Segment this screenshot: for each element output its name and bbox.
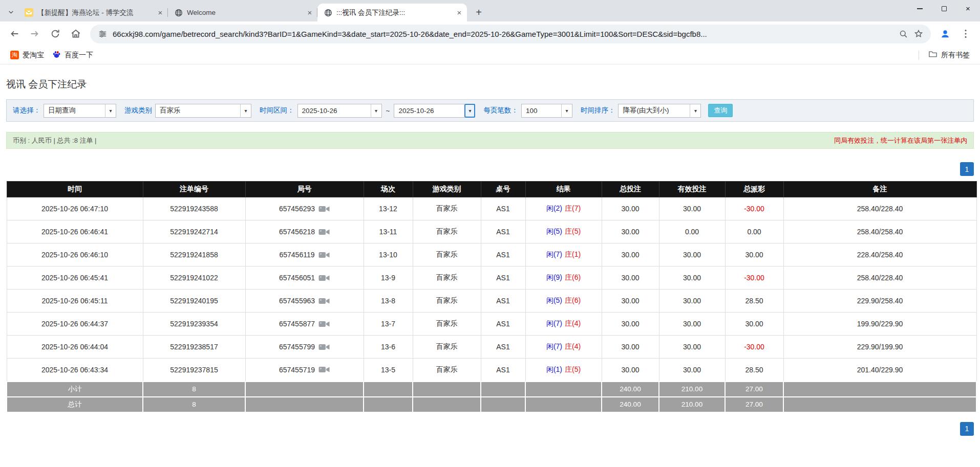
video-icon[interactable] — [318, 320, 330, 328]
tab-title: 【新提醒】海燕论坛 - 博学交流 — [37, 8, 152, 17]
sort-label: 时间排序： — [581, 106, 615, 115]
video-icon[interactable] — [318, 274, 330, 282]
sort-select[interactable]: 降幂(由大到小) ▾ — [618, 104, 701, 118]
video-icon[interactable] — [318, 343, 330, 351]
round-number: 657455799 — [279, 343, 315, 351]
total-bet-link[interactable]: 30.00 — [602, 313, 659, 336]
search-button[interactable]: 查询 — [708, 104, 733, 117]
home-button[interactable] — [67, 25, 85, 43]
date-range-tilde: ~ — [386, 107, 390, 115]
page-button-1[interactable]: 1 — [960, 162, 974, 176]
total-bet-link[interactable]: 30.00 — [602, 243, 659, 266]
cell-result: 闲(7)庄(4) — [525, 336, 602, 359]
total-label: 总计 — [7, 397, 143, 412]
round-number: 657456218 — [279, 228, 315, 236]
close-icon[interactable]: × — [455, 8, 464, 17]
url-text[interactable]: 66cxkj98.com/game/betrecord_search/kind3… — [113, 30, 893, 38]
maximize-button[interactable] — [932, 0, 956, 17]
zoom-icon[interactable] — [898, 29, 908, 39]
tab-title: :::视讯 会员下注纪录::: — [336, 8, 451, 17]
chevron-down-icon[interactable]: ▾ — [105, 104, 116, 117]
total-count: 8 — [143, 397, 245, 412]
bookmark-star-icon[interactable] — [913, 29, 924, 39]
cell-result: 闲(7)庄(4) — [525, 313, 602, 336]
profile-button[interactable] — [936, 25, 954, 43]
video-icon[interactable] — [318, 251, 330, 259]
table-header-row: 时间 注单编号 局号 场次 游戏类别 桌号 结果 总投注 有效投注 总派彩 备注 — [7, 182, 976, 197]
video-icon[interactable] — [318, 228, 330, 236]
close-icon[interactable]: × — [305, 8, 314, 17]
tab-welcome[interactable]: Welcome × — [168, 4, 317, 21]
menu-button[interactable] — [956, 25, 975, 43]
video-icon[interactable] — [318, 366, 330, 373]
chevron-down-icon[interactable]: ▾ — [561, 104, 572, 117]
tab-bet-records-active[interactable]: :::视讯 会员下注纪录::: × — [317, 4, 467, 21]
cell-time: 2025-10-26 06:46:41 — [7, 220, 143, 243]
cell-note: 229.90/199.90 — [783, 336, 976, 359]
video-icon[interactable] — [318, 205, 330, 213]
game-type-select[interactable]: 百家乐 ▾ — [155, 104, 251, 118]
result-player: 闲(7) — [546, 250, 562, 258]
close-window-button[interactable]: × — [956, 0, 980, 17]
total-total-bet: 240.00 — [602, 397, 659, 412]
chevron-down-icon[interactable]: ▾ — [371, 104, 381, 117]
chevron-down-icon[interactable]: ▾ — [690, 104, 700, 117]
cell-round: 657456051 — [245, 266, 364, 290]
new-tab-button[interactable]: + — [471, 5, 486, 20]
total-bet-link[interactable]: 30.00 — [602, 359, 659, 382]
globe-icon — [324, 8, 332, 17]
result-banker: 庄(1) — [565, 250, 581, 258]
table-row: 2025-10-26 06:45:41 522919241022 6574560… — [7, 266, 976, 290]
total-bet-link[interactable]: 30.00 — [602, 220, 659, 243]
total-bet-link[interactable]: 30.00 — [602, 266, 659, 290]
result-banker: 庄(5) — [565, 365, 581, 373]
total-bet-link[interactable]: 30.00 — [602, 336, 659, 359]
page-button-1[interactable]: 1 — [960, 422, 974, 436]
cell-bet-id: 522919243588 — [143, 197, 245, 220]
cell-table-no: AS1 — [481, 290, 525, 313]
date-start-select[interactable]: 2025-10-26 ▾ — [297, 104, 382, 118]
bookmark-baidu[interactable]: 百度一下 — [48, 48, 97, 62]
total-bet-link[interactable]: 30.00 — [602, 197, 659, 220]
cell-table-no: AS1 — [481, 336, 525, 359]
cell-payout: 0.00 — [725, 220, 783, 243]
subtotal-total-bet: 240.00 — [602, 382, 659, 397]
result-player: 闲(2) — [546, 204, 562, 212]
query-type-select[interactable]: 日期查询 ▾ — [44, 104, 116, 118]
back-button[interactable] — [5, 25, 24, 43]
site-settings-icon[interactable] — [97, 29, 108, 39]
result-player: 闲(7) — [546, 342, 562, 350]
bookmark-label: 爱淘宝 — [23, 51, 44, 60]
tab-search-button[interactable] — [3, 4, 18, 21]
per-page-select[interactable]: 100 ▾ — [521, 104, 572, 118]
per-page-label: 每页笔数： — [483, 106, 518, 115]
cell-session: 13-7 — [364, 313, 413, 336]
tab-forum[interactable]: 【新提醒】海燕论坛 - 博学交流 × — [18, 4, 168, 21]
cell-table-no: AS1 — [481, 266, 525, 290]
minimize-button[interactable] — [908, 0, 932, 17]
all-bookmarks-button[interactable]: 所有书签 — [924, 48, 974, 62]
result-banker: 庄(6) — [565, 273, 581, 281]
chevron-down-icon[interactable]: ▾ — [240, 104, 251, 117]
cell-note: 258.40/228.40 — [783, 197, 976, 220]
cell-game: 百家乐 — [413, 243, 481, 266]
url-bar[interactable]: 66cxkj98.com/game/betrecord_search/kind3… — [90, 25, 931, 43]
bookmark-taobao[interactable]: 淘 爱淘宝 — [6, 49, 48, 62]
col-table-no: 桌号 — [481, 182, 525, 197]
video-icon[interactable] — [318, 297, 330, 305]
query-type-value: 日期查询 — [44, 104, 105, 117]
subtotal-row: 小计 8 240.00 210.00 27.00 — [7, 382, 976, 397]
total-bet-link[interactable]: 30.00 — [602, 290, 659, 313]
forward-button[interactable] — [26, 25, 44, 43]
close-icon[interactable]: × — [156, 8, 165, 17]
date-end-select[interactable]: 2025-10-26 ▾ — [394, 104, 475, 118]
cell-round: 657455799 — [245, 336, 364, 359]
cell-payout: -30.00 — [725, 336, 783, 359]
profile-icon — [940, 28, 951, 39]
chevron-down-icon[interactable]: ▾ — [464, 104, 475, 118]
reload-button[interactable] — [46, 25, 65, 43]
result-banker: 庄(7) — [565, 204, 581, 212]
cell-bet-id: 522919241022 — [143, 266, 245, 290]
pagination-bottom: 1 — [6, 422, 974, 436]
table-row: 2025-10-26 06:44:04 522919238517 6574557… — [7, 336, 976, 359]
